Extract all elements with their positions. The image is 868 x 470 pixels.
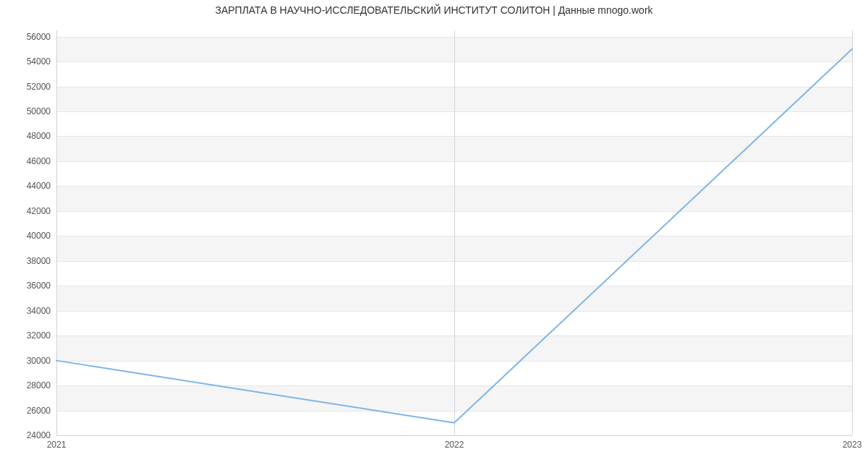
y-tick-label: 48000 (7, 131, 51, 141)
y-tick-label: 30000 (7, 356, 51, 366)
line-path (56, 49, 852, 423)
y-tick-label: 24000 (7, 430, 51, 440)
x-tick-label: 2023 (843, 440, 862, 450)
y-tick-label: 26000 (7, 406, 51, 416)
y-tick-label: 28000 (7, 380, 51, 390)
y-tick-label: 32000 (7, 330, 51, 341)
plot-area (56, 30, 852, 436)
y-tick-label: 44000 (7, 181, 51, 191)
x-tick-label: 2022 (445, 440, 464, 450)
y-tick-label: 36000 (7, 281, 51, 291)
y-tick-label: 56000 (7, 32, 51, 42)
x-tick-label: 2021 (47, 440, 67, 450)
chart-container: ЗАРПЛАТА В НАУЧНО-ИССЛЕДОВАТЕЛЬСКИЙ ИНСТ… (0, 0, 868, 470)
y-tick-label: 50000 (7, 106, 51, 116)
y-tick-label: 38000 (7, 256, 51, 266)
y-tick-label: 52000 (7, 82, 51, 92)
line-series (56, 30, 852, 435)
chart-title: ЗАРПЛАТА В НАУЧНО-ИССЛЕДОВАТЕЛЬСКИЙ ИНСТ… (0, 4, 868, 16)
y-tick-label: 46000 (7, 156, 51, 166)
y-tick-label: 42000 (7, 206, 51, 216)
x-grid-line (852, 30, 853, 435)
y-tick-label: 40000 (7, 231, 51, 241)
y-tick-label: 34000 (7, 306, 51, 316)
y-tick-label: 54000 (7, 56, 51, 67)
